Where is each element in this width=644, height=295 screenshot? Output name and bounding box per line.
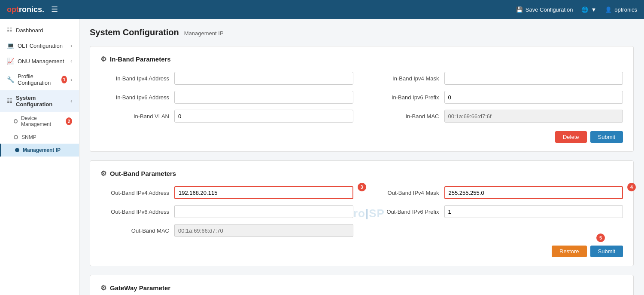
onu-icon: 📈 xyxy=(7,58,14,65)
inband-vlan-input[interactable] xyxy=(174,110,353,123)
inband-title: In-Band Parameters xyxy=(110,55,171,63)
save-config-label: Save Configuration xyxy=(526,6,573,13)
inband-ipv6-label: In-Band Ipv6 Address xyxy=(100,94,169,101)
arrow-icon: ‹ xyxy=(70,43,72,48)
sidebar-item-label: System Configuration xyxy=(16,95,67,108)
gateway-section: ⚙ GateWay Parameter 6 IPv4 GateWay xyxy=(90,275,634,295)
outband-mac-row: Out-Band MAC xyxy=(100,224,353,237)
outband-ipv6-prefix-row: Out-Band IPv6 Prefix xyxy=(371,205,623,218)
profile-badge: 1 xyxy=(61,76,67,83)
sidebar-item-profile-config[interactable]: 🔧 Profile Configuration 1 ‹ xyxy=(0,69,79,90)
globe-button[interactable]: 🌐 ▼ xyxy=(581,6,596,13)
outband-ipv4-mask-input[interactable] xyxy=(444,186,623,199)
save-config-button[interactable]: 💾 Save Configuration xyxy=(516,6,573,13)
circle-icon xyxy=(14,135,18,139)
inband-section-header: ⚙ In-Band Parameters xyxy=(100,55,623,63)
outband-ipv6-row: Out-Band IPv6 Address xyxy=(100,205,353,218)
outband-ipv6-input[interactable] xyxy=(174,205,353,218)
sidebar-item-label: Dashboard xyxy=(16,27,43,34)
outband-icon: ⚙ xyxy=(100,169,106,178)
user-menu[interactable]: 👤 optronics xyxy=(605,6,637,13)
inband-ipv4-label: In-Band Ipv4 Address xyxy=(100,75,169,82)
inband-left-col: In-Band Ipv4 Address In-Band Ipv6 Addres… xyxy=(100,72,353,123)
navbar-left: optronics. ☰ xyxy=(7,5,58,14)
inband-right-col: In-Band Ipv4 Mask In-Band Ipv6 Prefix In… xyxy=(371,72,623,123)
arrow-icon: ‹ xyxy=(70,98,72,104)
hamburger-icon[interactable]: ☰ xyxy=(51,5,58,14)
inband-delete-button[interactable]: Delete xyxy=(555,131,587,143)
inband-ipv4-mask-input[interactable] xyxy=(444,72,623,85)
sidebar: ☷ Dashboard 💻 OLT Configuration ‹ 📈 ONU … xyxy=(0,19,79,295)
circle-icon xyxy=(14,119,18,123)
page-subtitle: Management IP xyxy=(184,30,224,37)
sidebar-item-dashboard[interactable]: ☷ Dashboard xyxy=(0,22,79,38)
inband-vlan-row: In-Band VLAN xyxy=(100,110,353,123)
arrow-icon: ‹ xyxy=(70,58,72,64)
globe-arrow: ▼ xyxy=(591,6,596,13)
outband-ipv6-prefix-input[interactable] xyxy=(444,205,623,218)
system-icon: ☷ xyxy=(7,98,12,104)
inband-form-grid: In-Band Ipv4 Address In-Band Ipv6 Addres… xyxy=(100,72,623,123)
main-content: System Configuration Management IP ⚙ In-… xyxy=(79,19,644,295)
olt-icon: 💻 xyxy=(7,42,14,49)
logo-rest: ronics. xyxy=(19,5,44,14)
outband-section: Foro|SP ⚙ Out-Band Parameters 3 Out-Band… xyxy=(90,160,634,266)
inband-ipv4-row: In-Band Ipv4 Address xyxy=(100,72,353,85)
sidebar-item-system-config[interactable]: ☷ System Configuration ‹ xyxy=(0,90,79,112)
inband-mac-row: In-Band MAC xyxy=(371,110,623,123)
outband-submit-button[interactable]: Submit xyxy=(590,246,623,257)
inband-ipv6-row: In-Band Ipv6 Address xyxy=(100,91,353,104)
sidebar-item-olt-config[interactable]: 💻 OLT Configuration ‹ xyxy=(0,38,79,53)
outband-ipv4-mask-row: Out-Band IPv4 Mask xyxy=(371,186,623,199)
inband-ipv6-prefix-input[interactable] xyxy=(444,91,623,104)
inband-ipv4-input[interactable] xyxy=(174,72,353,85)
outband-ipv6-label: Out-Band IPv6 Address xyxy=(100,209,169,215)
circle-filled-icon xyxy=(15,148,19,152)
outband-mac-label: Out-Band MAC xyxy=(100,227,169,234)
badge-5: 5 xyxy=(596,234,605,242)
page-title: System Configuration xyxy=(90,28,179,37)
navbar: optronics. ☰ 💾 Save Configuration 🌐 ▼ 👤 … xyxy=(0,0,644,19)
sidebar-item-label: ONU Management xyxy=(18,58,64,65)
gateway-icon: ⚙ xyxy=(100,284,106,292)
navbar-right: 💾 Save Configuration 🌐 ▼ 👤 optronics xyxy=(516,6,637,13)
badge-4: 4 xyxy=(627,183,636,191)
outband-restore-button[interactable]: Restore xyxy=(552,246,587,257)
outband-right-col: 4 Out-Band IPv4 Mask Out-Band IPv6 Prefi… xyxy=(371,186,623,237)
inband-submit-button[interactable]: Submit xyxy=(590,131,623,143)
inband-ipv6-input[interactable] xyxy=(174,91,353,104)
page-header: System Configuration Management IP xyxy=(90,28,634,37)
inband-icon: ⚙ xyxy=(100,55,106,63)
sidebar-sub-label: SNMP xyxy=(21,134,36,140)
outband-form-grid: 3 Out-Band IPv4 Address Out-Band IPv6 Ad… xyxy=(100,186,623,237)
sidebar-sub-item-device-mgmt[interactable]: Device Management 2 xyxy=(0,112,79,131)
inband-vlan-label: In-Band VLAN xyxy=(100,113,169,120)
outband-left-col: 3 Out-Band IPv4 Address Out-Band IPv6 Ad… xyxy=(100,186,353,237)
inband-section: ⚙ In-Band Parameters In-Band Ipv4 Addres… xyxy=(90,46,634,152)
globe-icon: 🌐 xyxy=(581,6,588,13)
outband-ipv4-input[interactable] xyxy=(174,186,353,199)
logo-red: opt xyxy=(7,5,19,14)
sidebar-item-onu-mgmt[interactable]: 📈 ONU Management ‹ xyxy=(0,53,79,69)
sidebar-sub-item-management-ip[interactable]: Management IP xyxy=(0,144,79,157)
inband-ipv6-prefix-row: In-Band Ipv6 Prefix xyxy=(371,91,623,104)
inband-ipv4-mask-row: In-Band Ipv4 Mask xyxy=(371,72,623,85)
outband-ipv4-row: Out-Band IPv4 Address xyxy=(100,186,353,199)
dashboard-icon: ☷ xyxy=(7,27,12,34)
save-icon: 💾 xyxy=(516,6,523,13)
inband-mac-label: In-Band MAC xyxy=(371,113,439,120)
outband-mac-input xyxy=(174,224,353,237)
inband-ipv6-prefix-label: In-Band Ipv6 Prefix xyxy=(371,94,439,101)
user-icon: 👤 xyxy=(605,6,612,13)
sidebar-sub-item-snmp[interactable]: SNMP xyxy=(0,131,79,144)
arrow-icon: ‹ xyxy=(70,77,72,82)
app-logo: optronics. xyxy=(7,5,44,14)
username-label: optronics xyxy=(614,6,637,13)
sidebar-sub-label: Device Management xyxy=(21,115,61,127)
outband-actions: 5 Restore Submit xyxy=(100,246,623,257)
profile-icon: 🔧 xyxy=(7,76,14,83)
sidebar-item-label: Profile Configuration xyxy=(18,73,56,86)
gateway-title: GateWay Parameter xyxy=(110,284,170,292)
outband-ipv4-label: Out-Band IPv4 Address xyxy=(100,190,169,196)
device-mgmt-badge: 2 xyxy=(66,117,72,125)
